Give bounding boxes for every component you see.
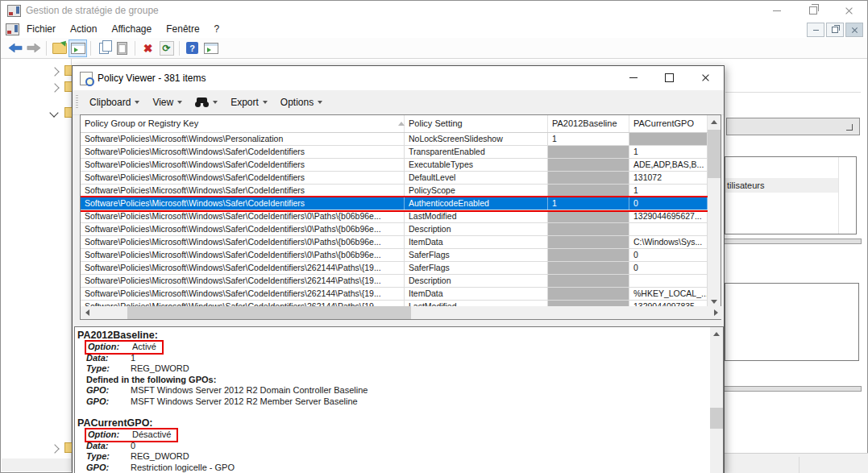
table-vertical-scrollbar[interactable] <box>708 115 721 308</box>
tree-expand-chevron-icon[interactable] <box>50 67 59 76</box>
details-section-title: PA2012Baseline: <box>77 329 708 342</box>
table-row[interactable]: Software\Policies\Microsoft\Windows\Safe… <box>81 275 708 288</box>
table-row[interactable]: Software\Policies\Microsoft\Windows\Safe… <box>81 159 708 172</box>
cell-registry-key: Software\Policies\Microsoft\Windows\Safe… <box>81 262 405 274</box>
tree-collapse-chevron-icon[interactable] <box>49 108 58 117</box>
triangle-up-icon <box>713 332 720 336</box>
table-row[interactable]: Software\Policies\Microsoft\Windows\Safe… <box>81 172 708 185</box>
pv-minimize-button[interactable] <box>615 66 651 89</box>
cell-current-value: 1329044695627... <box>629 210 708 222</box>
cell-current-value <box>629 275 708 287</box>
pv-close-button[interactable] <box>687 66 724 89</box>
tree-horizontal-scrollbar[interactable] <box>2 458 71 471</box>
bottom-strip-divider <box>799 457 799 473</box>
table-row[interactable]: Software\Policies\Microsoft\Windows\Safe… <box>81 197 708 210</box>
dropdown-arrow-icon <box>263 101 268 104</box>
app-icon <box>7 5 21 17</box>
cell-registry-key: Software\Policies\Microsoft\Windows\Safe… <box>81 275 405 287</box>
cell-registry-key: Software\Policies\Microsoft\Windows\Safe… <box>81 288 405 300</box>
cell-baseline-value: 1 <box>548 133 629 145</box>
right-pane-combobox[interactable] <box>726 118 860 135</box>
refresh-icon: ⟳ <box>160 41 174 56</box>
menu-fenetre[interactable]: Fenêtre <box>159 20 206 38</box>
refresh-button[interactable]: ⟳ <box>157 39 176 57</box>
table-row[interactable]: Software\Policies\Microsoft\Windows\Safe… <box>81 185 708 197</box>
options-menu-button[interactable]: Options <box>274 93 329 112</box>
paste-button[interactable] <box>113 39 131 57</box>
view-menu-button[interactable]: View <box>146 93 189 112</box>
right-pane-groupbox <box>725 283 859 361</box>
find-menu-button[interactable] <box>189 93 224 112</box>
details-value: MSFT Windows Server 2012 R2 Domain Contr… <box>131 385 368 396</box>
tree-expand-chevron-icon[interactable] <box>50 83 59 92</box>
column-header-policy-setting[interactable]: Policy Setting <box>405 115 548 132</box>
scrollbar-thumb[interactable] <box>708 130 721 178</box>
forward-button[interactable] <box>24 39 43 57</box>
details-value: Restriction logicelle - GPO <box>131 463 235 473</box>
help-icon: ? <box>186 42 198 54</box>
table-row[interactable]: Software\Policies\Microsoft\Windows\Safe… <box>81 236 708 249</box>
cell-current-value: 0 <box>629 249 708 261</box>
pv-maximize-button[interactable] <box>651 66 687 89</box>
table-rows: Software\Policies\Microsoft\Windows\Pers… <box>81 133 708 306</box>
scroll-up-button[interactable] <box>710 327 723 340</box>
scroll-right-button[interactable] <box>709 306 722 319</box>
details-row: Data: 0 <box>85 441 708 452</box>
close-button[interactable] <box>831 1 867 20</box>
details-pair: Type: REG_DWORD <box>85 451 189 463</box>
menu-action[interactable]: Action <box>63 20 104 38</box>
clipboard-menu-button[interactable]: Clipboard <box>83 93 146 112</box>
cell-current-value: 131072 <box>629 172 708 184</box>
details-vertical-scrollbar[interactable] <box>710 327 723 473</box>
back-button[interactable] <box>6 39 24 57</box>
minimize-button[interactable] <box>758 1 795 20</box>
column-header-pa2012baseline[interactable]: PA2012Baseline <box>548 115 629 132</box>
column-header-registry-key[interactable]: Policy Group or Registry Key <box>81 115 405 132</box>
show-console-tree-button[interactable] <box>69 39 87 57</box>
menu-fichier[interactable]: Fichier <box>19 20 63 38</box>
cell-baseline-value <box>548 210 629 222</box>
table-horizontal-scrollbar[interactable] <box>81 306 722 319</box>
cell-registry-key: Software\Policies\Microsoft\Windows\Safe… <box>81 197 405 210</box>
details-row: Option: Désactivé <box>85 429 708 441</box>
restore-icon <box>809 6 817 15</box>
table-row[interactable]: Software\Policies\Microsoft\Windows\Pers… <box>81 133 708 146</box>
new-window-button[interactable] <box>201 39 220 57</box>
table-row[interactable]: Software\Policies\Microsoft\Windows\Safe… <box>81 249 708 262</box>
cell-policy-setting: LastModified <box>405 301 548 306</box>
cell-current-value: ADE,ADP,BAS,B... <box>629 159 708 171</box>
restore-button[interactable] <box>795 1 831 20</box>
table-row[interactable]: Software\Policies\Microsoft\Windows\Safe… <box>81 262 708 275</box>
cell-baseline-value <box>548 223 629 235</box>
table-row[interactable]: Software\Policies\Microsoft\Windows\Safe… <box>81 210 708 223</box>
cell-current-value: 0 <box>629 197 708 210</box>
help-button[interactable]: ? <box>183 39 201 57</box>
table-row[interactable]: Software\Policies\Microsoft\Windows\Safe… <box>81 288 708 301</box>
right-pane-divider <box>725 92 861 93</box>
toolbar-gripper[interactable] <box>76 95 78 110</box>
delete-button[interactable]: ✖ <box>139 39 157 57</box>
details-value: 0 <box>131 441 135 452</box>
export-menu-button[interactable]: Export <box>224 93 274 112</box>
menu-help[interactable]: ? <box>207 20 227 38</box>
right-pane-listbox: tilisateurs <box>725 156 857 234</box>
scrollbar-thumb[interactable] <box>710 408 723 429</box>
menu-affichage[interactable]: Affichage <box>104 20 159 38</box>
table-row[interactable]: Software\Policies\Microsoft\Windows\Safe… <box>81 301 708 306</box>
mdi-restore-button[interactable] <box>826 23 844 37</box>
tree-expand-chevron-icon[interactable] <box>50 444 59 453</box>
column-header-pacurrentgpo[interactable]: PACurrentGPO <box>629 115 708 132</box>
mdi-minimize-button[interactable] <box>807 23 824 37</box>
up-one-level-button[interactable] <box>50 39 69 57</box>
copy-button[interactable] <box>94 39 113 57</box>
list-item[interactable]: tilisateurs <box>725 178 838 193</box>
table-row[interactable]: Software\Policies\Microsoft\Windows\Safe… <box>81 146 708 159</box>
scroll-left-button[interactable] <box>81 306 93 319</box>
cell-registry-key: Software\Policies\Microsoft\Windows\Safe… <box>81 249 405 261</box>
scrollbar-thumb[interactable] <box>127 306 411 319</box>
table-row[interactable]: Software\Policies\Microsoft\Windows\Safe… <box>81 223 708 236</box>
mdi-close-button[interactable] <box>845 23 863 37</box>
dropdown-arrow-icon <box>177 101 182 104</box>
details-pair: GPO: Restriction logicelle - GPO <box>85 463 235 473</box>
scroll-up-button[interactable] <box>708 115 721 128</box>
